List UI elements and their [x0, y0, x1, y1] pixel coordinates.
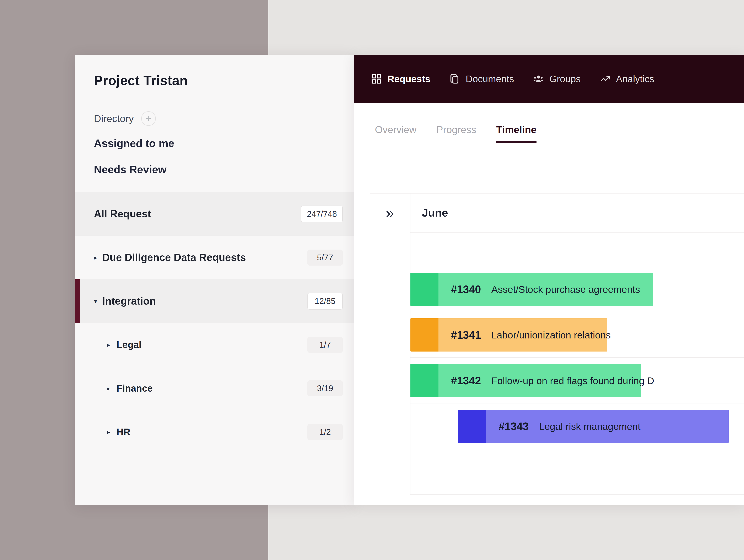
- content-area: Overview Progress Timeline » June #1340A…: [354, 103, 744, 505]
- request-count-badge: 12/85: [307, 293, 343, 309]
- bar-request-title: Asset/Stock purchase agreements: [491, 284, 640, 295]
- month-label: June: [422, 206, 448, 219]
- collapse-panel-icon[interactable]: »: [370, 193, 410, 232]
- top-navigation-bar: Requests Documents Groups Analytics: [354, 54, 744, 103]
- bar-request-id: #1341: [451, 329, 481, 341]
- main-panel: Requests Documents Groups Analytics: [354, 54, 744, 505]
- directory-row: Directory +: [94, 111, 156, 126]
- bar-label: #1341Labor/unionization relations: [451, 318, 611, 351]
- caret-icon[interactable]: ▾: [94, 297, 102, 305]
- gantt-chart-body: #1340Asset/Stock purchase agreements#134…: [410, 266, 744, 495]
- sidebar-row-label: Legal: [116, 339, 142, 350]
- gantt-bar[interactable]: #1340Asset/Stock purchase agreements: [410, 273, 653, 306]
- documents-icon: [449, 73, 460, 84]
- caret-icon[interactable]: ▸: [94, 254, 102, 261]
- bar-request-id: #1343: [498, 420, 529, 433]
- timeline-collapse-column: »: [370, 193, 410, 495]
- tab-bar: Overview Progress Timeline: [354, 103, 744, 156]
- nav-item-analytics[interactable]: Analytics: [599, 73, 654, 84]
- timeline-month-header: June: [410, 193, 744, 232]
- grid-icon: [371, 73, 382, 84]
- sidebar: Project Tristan Directory + Assigned to …: [75, 54, 354, 505]
- sidebar-request-list: All Request 247/748 ▸ Due Diligence Data…: [75, 192, 354, 454]
- app-root: { "colors": { "topbar_bg": "#270712", "a…: [0, 0, 744, 560]
- bar-progress-cap: [410, 318, 439, 351]
- directory-label: Directory: [94, 113, 134, 124]
- nav-label: Groups: [549, 73, 581, 84]
- plus-icon: +: [146, 114, 151, 123]
- bar-label: #1343Legal risk management: [498, 410, 640, 443]
- bar-progress-cap: [458, 410, 486, 443]
- bar-request-id: #1342: [451, 374, 481, 387]
- sidebar-request-row[interactable]: ▾ Integration 12/85: [75, 279, 354, 323]
- caret-icon[interactable]: ▸: [107, 341, 116, 348]
- quick-link[interactable]: Assigned to me: [94, 130, 174, 156]
- request-count-badge: 5/77: [307, 250, 343, 266]
- gantt-bar[interactable]: #1341Labor/unionization relations: [410, 318, 607, 351]
- sidebar-request-row[interactable]: ▸ Legal 1/7: [75, 323, 354, 367]
- nav-item-groups[interactable]: Groups: [533, 73, 581, 84]
- sidebar-request-row[interactable]: ▸ Due Diligence Data Requests 5/77: [75, 236, 354, 279]
- bar-progress-cap: [410, 273, 439, 306]
- tab-progress[interactable]: Progress: [436, 124, 476, 136]
- nav-label: Requests: [387, 73, 431, 84]
- bar-request-title: Legal risk management: [539, 421, 640, 432]
- bar-label: #1342Follow-up on red flags found during…: [451, 364, 654, 397]
- sidebar-request-row[interactable]: ▸ HR 1/2: [75, 410, 354, 454]
- request-count-badge: 1/2: [307, 424, 343, 440]
- quick-link[interactable]: Needs Review: [94, 156, 174, 183]
- sidebar-request-row[interactable]: ▸ Finance 3/19: [75, 367, 354, 410]
- gantt-bar[interactable]: #1342Follow-up on red flags found during…: [410, 364, 641, 397]
- sidebar-row-label: HR: [116, 426, 130, 438]
- sidebar-row-label: Finance: [116, 383, 153, 394]
- nav-label: Documents: [466, 73, 514, 84]
- bar-request-id: #1340: [451, 283, 481, 295]
- nav-label: Analytics: [616, 73, 654, 84]
- trending-up-icon: [599, 73, 611, 84]
- bar-label: #1340Asset/Stock purchase agreements: [451, 273, 640, 306]
- quick-links: Assigned to me Needs Review: [94, 130, 174, 183]
- timeline-right-gridline: [738, 193, 738, 495]
- bar-request-title: Labor/unionization relations: [491, 329, 611, 341]
- sidebar-request-row[interactable]: All Request 247/748: [75, 192, 354, 236]
- caret-icon[interactable]: ▸: [107, 428, 116, 436]
- request-count-badge: 247/748: [301, 206, 343, 222]
- request-count-badge: 3/19: [307, 380, 343, 397]
- timeline-days-header: [410, 232, 744, 266]
- quick-link-label: Assigned to me: [94, 137, 174, 149]
- add-directory-button[interactable]: +: [141, 111, 156, 126]
- sidebar-row-label: All Request: [94, 208, 151, 220]
- nav-item-requests[interactable]: Requests: [371, 73, 431, 84]
- bar-request-title: Follow-up on red flags found during D: [491, 375, 654, 386]
- caret-icon[interactable]: ▸: [107, 385, 116, 392]
- nav-item-documents[interactable]: Documents: [449, 73, 514, 84]
- sidebar-row-label: Integration: [102, 295, 156, 307]
- gantt-bar[interactable]: #1343Legal risk management: [458, 410, 729, 443]
- tab-overview[interactable]: Overview: [375, 124, 416, 136]
- quick-link-label: Needs Review: [94, 163, 166, 176]
- sidebar-row-label: Due Diligence Data Requests: [102, 252, 246, 263]
- tab-timeline[interactable]: Timeline: [496, 124, 536, 136]
- users-icon: [533, 73, 544, 84]
- request-count-badge: 1/7: [307, 337, 343, 353]
- bar-progress-cap: [410, 364, 439, 397]
- project-title: Project Tristan: [94, 73, 188, 88]
